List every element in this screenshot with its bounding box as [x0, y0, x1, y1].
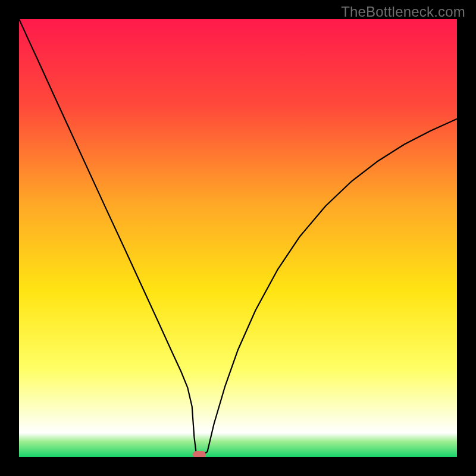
- minimum-marker: [193, 451, 206, 457]
- plot-area: [19, 19, 457, 457]
- gradient-background: [19, 19, 457, 457]
- plot-svg: [19, 19, 457, 457]
- watermark-text: TheBottleneck.com: [341, 4, 465, 20]
- chart-frame: TheBottleneck.com: [0, 0, 476, 476]
